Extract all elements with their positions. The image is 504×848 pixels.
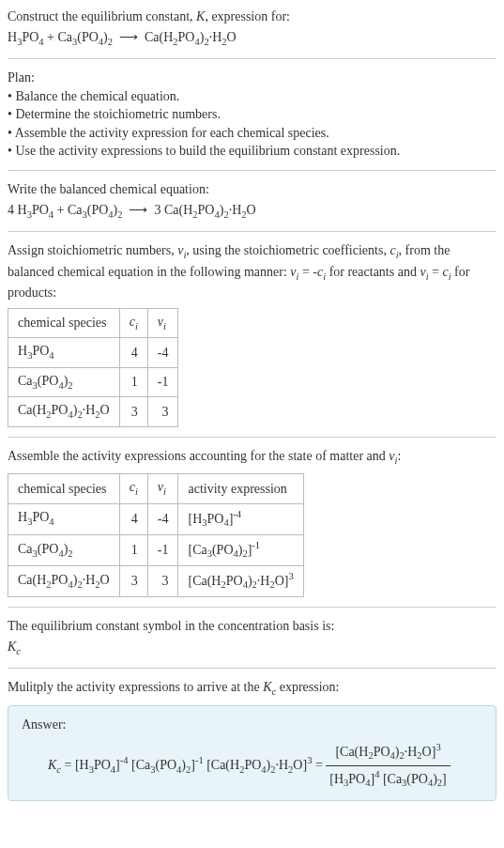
table-row: H3PO4 4 -4 [H3PO4]-4 xyxy=(8,503,304,534)
divider xyxy=(8,607,496,608)
species-cell: Ca(H2PO4)2·H2O xyxy=(8,565,120,596)
c-cell: 4 xyxy=(119,503,147,534)
divider xyxy=(8,437,496,438)
col-ci: ci xyxy=(119,308,147,337)
nu-cell: 3 xyxy=(147,397,178,426)
plan-bullet-3: • Assemble the activity expression for e… xyxy=(8,124,496,143)
plan-block: Plan: • Balance the chemical equation. •… xyxy=(8,69,496,161)
eqconst-block: The equilibrium constant symbol in the c… xyxy=(8,617,496,658)
col-species: chemical species xyxy=(8,474,120,503)
c-cell: 3 xyxy=(119,565,147,596)
intro-text: Construct the equilibrium constant, K, e… xyxy=(8,8,496,26)
species-cell: H3PO4 xyxy=(8,338,120,367)
multiply-text: Mulitply the activity expressions to arr… xyxy=(8,678,496,699)
activity-cell: [H3PO4]-4 xyxy=(178,503,303,534)
species-cell: H3PO4 xyxy=(8,503,120,534)
answer-box: Answer: Kc = [H3PO4]-4 [Ca3(PO4)2]-1 [Ca… xyxy=(8,705,496,802)
table-row: Ca(H2PO4)2·H2O 3 3 xyxy=(8,397,178,426)
nu-cell: -1 xyxy=(147,367,178,396)
intro-text-b: , expression for: xyxy=(205,9,290,23)
divider xyxy=(8,58,496,59)
assign-block: Assign stoichiometric numbers, νi, using… xyxy=(8,241,496,427)
plan-bullet-2: • Determine the stoichiometric numbers. xyxy=(8,105,496,124)
unbalanced-equation: H3PO4 + Ca3(PO4)2 ⟶ Ca(H2PO4)2·H2O xyxy=(8,28,496,49)
col-species: chemical species xyxy=(8,308,120,337)
activity-cell: [Ca3(PO4)2]-1 xyxy=(178,534,303,565)
answer-label: Answer: xyxy=(22,716,482,734)
col-nui: νi xyxy=(147,474,178,503)
fraction-numerator: [Ca(H2PO4)2·H2O]3 xyxy=(326,741,450,766)
balanced-heading: Write the balanced chemical equation: xyxy=(8,180,496,199)
species-cell: Ca3(PO4)2 xyxy=(8,534,120,565)
activity-table: chemical species ci νi activity expressi… xyxy=(8,473,304,597)
divider xyxy=(8,668,496,669)
plan-bullet-4: • Use the activity expressions to build … xyxy=(8,142,496,161)
c-cell: 1 xyxy=(119,534,147,565)
eqconst-text: The equilibrium constant symbol in the c… xyxy=(8,617,496,636)
balanced-block: Write the balanced chemical equation: 4 … xyxy=(8,180,496,222)
assign-text: Assign stoichiometric numbers, νi, using… xyxy=(8,241,496,302)
table-row: H3PO4 4 -4 xyxy=(8,338,178,367)
c-cell: 1 xyxy=(119,367,147,396)
Kc-symbol: Kc xyxy=(8,638,496,658)
assemble-block: Assemble the activity expressions accoun… xyxy=(8,447,496,597)
table-row: Ca3(PO4)2 1 -1 xyxy=(8,367,178,396)
table-row: Ca(H2PO4)2·H2O 3 3 [Ca(H2PO4)2·H2O]3 xyxy=(8,565,304,596)
species-cell: Ca3(PO4)2 xyxy=(8,367,120,396)
plan-heading: Plan: xyxy=(8,69,496,87)
nu-cell: 3 xyxy=(147,565,178,596)
intro-text-a: Construct the equilibrium constant, xyxy=(8,9,196,23)
divider xyxy=(8,231,496,232)
activity-cell: [Ca(H2PO4)2·H2O]3 xyxy=(178,565,303,596)
balanced-equation: 4 H3PO4 + Ca3(PO4)2 ⟶ 3 Ca(H2PO4)2·H2O xyxy=(8,201,496,222)
nu-cell: -4 xyxy=(147,503,178,534)
plan-bullet-1: • Balance the chemical equation. xyxy=(8,87,496,106)
stoich-table: chemical species ci νi H3PO4 4 -4 Ca3(PO… xyxy=(8,308,178,427)
species-cell: Ca(H2PO4)2·H2O xyxy=(8,397,120,426)
K-symbol: K xyxy=(196,9,205,23)
table-row: Ca3(PO4)2 1 -1 [Ca3(PO4)2]-1 xyxy=(8,534,304,565)
c-cell: 3 xyxy=(119,397,147,426)
answer-equation: Kc = [H3PO4]-4 [Ca3(PO4)2]-1 [Ca(H2PO4)2… xyxy=(48,741,482,791)
divider xyxy=(8,170,496,171)
intro-block: Construct the equilibrium constant, K, e… xyxy=(8,8,496,49)
table-header-row: chemical species ci νi activity expressi… xyxy=(8,474,304,503)
fraction: [Ca(H2PO4)2·H2O]3 [H3PO4]4 [Ca3(PO4)2] xyxy=(326,741,450,791)
fraction-denominator: [H3PO4]4 [Ca3(PO4)2] xyxy=(326,766,450,791)
col-ci: ci xyxy=(119,474,147,503)
multiply-block: Mulitply the activity expressions to arr… xyxy=(8,678,496,801)
nu-cell: -1 xyxy=(147,534,178,565)
table-header-row: chemical species ci νi xyxy=(8,308,178,337)
col-activity: activity expression xyxy=(178,474,303,503)
col-nui: νi xyxy=(147,308,178,337)
c-cell: 4 xyxy=(119,338,147,367)
assemble-text: Assemble the activity expressions accoun… xyxy=(8,447,496,468)
nu-cell: -4 xyxy=(147,338,178,367)
